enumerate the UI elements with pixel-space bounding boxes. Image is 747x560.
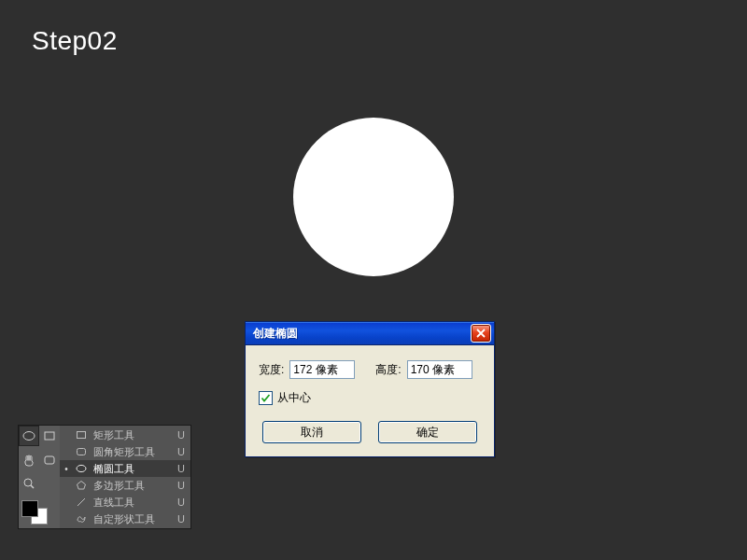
- foreground-color-swatch[interactable]: [22, 501, 37, 516]
- zoom-tool-button[interactable]: [19, 473, 39, 494]
- tool-item-line[interactable]: 直线工具 U: [60, 494, 190, 511]
- canvas-ellipse-shape: [293, 118, 454, 276]
- close-icon: [476, 329, 486, 338]
- mini-toolbar: [19, 426, 60, 528]
- tool-item-rounded-rectangle[interactable]: 圆角矩形工具 U: [60, 443, 190, 460]
- tool-item-polygon[interactable]: 多边形工具 U: [60, 477, 190, 494]
- hand-tool-button[interactable]: [19, 450, 39, 470]
- ellipse-tool-button[interactable]: [19, 426, 39, 446]
- tool-item-ellipse[interactable]: • 椭圆工具 U: [60, 460, 190, 477]
- svg-rect-5: [78, 432, 86, 439]
- tool-label: 椭圆工具: [93, 462, 172, 476]
- height-label: 高度:: [375, 362, 401, 378]
- svg-rect-2: [45, 456, 54, 464]
- tool-label: 矩形工具: [93, 428, 172, 442]
- svg-point-0: [23, 432, 35, 441]
- dialog-buttons: 取消 确定: [259, 421, 481, 443]
- create-ellipse-dialog: 创建椭圆 宽度: 高度: 从中心 取消 确定: [245, 321, 495, 457]
- tool-label: 多边形工具: [93, 479, 172, 493]
- width-label: 宽度:: [259, 362, 284, 378]
- svg-line-4: [31, 485, 34, 488]
- foreground-background-swatch[interactable]: [19, 499, 60, 525]
- dimension-row: 宽度: 高度:: [259, 360, 481, 379]
- tool-shortcut: U: [177, 513, 185, 525]
- tool-label: 自定形状工具: [93, 512, 172, 526]
- tool-shortcut: U: [177, 463, 185, 474]
- line-icon: [75, 497, 88, 508]
- dialog-titlebar[interactable]: 创建椭圆: [246, 322, 494, 345]
- check-icon: [261, 393, 271, 403]
- polygon-icon: [75, 480, 88, 491]
- svg-line-9: [78, 498, 85, 506]
- selection-marker: •: [63, 464, 69, 474]
- tool-shortcut: U: [177, 480, 185, 491]
- svg-rect-1: [45, 432, 54, 440]
- from-center-row[interactable]: 从中心: [259, 390, 481, 406]
- tool-shortcut: U: [177, 497, 185, 508]
- shape-tool-flyout: 矩形工具 U 圆角矩形工具 U • 椭圆工具 U 多边形工具 U 直线工具 U: [19, 426, 190, 528]
- rounded-rectangle-icon: [75, 446, 88, 457]
- svg-point-3: [24, 479, 32, 486]
- width-input[interactable]: [289, 360, 355, 379]
- dialog-title: 创建椭圆: [253, 326, 471, 342]
- zoom-icon: [22, 477, 35, 490]
- step-label: Step02: [32, 26, 118, 56]
- svg-point-7: [77, 465, 86, 471]
- rectangle-icon: [43, 429, 56, 442]
- from-center-label: 从中心: [277, 390, 311, 406]
- ellipse-icon: [22, 429, 35, 442]
- rounded-rectangle-tool-button[interactable]: [39, 450, 60, 470]
- rounded-rectangle-icon: [43, 454, 56, 467]
- custom-shape-icon: [75, 513, 88, 525]
- ok-button[interactable]: 确定: [378, 421, 477, 443]
- dialog-body: 宽度: 高度: 从中心 取消 确定: [246, 345, 494, 456]
- from-center-checkbox[interactable]: [259, 391, 273, 405]
- shape-tool-list: 矩形工具 U 圆角矩形工具 U • 椭圆工具 U 多边形工具 U 直线工具 U: [60, 426, 190, 528]
- tool-label: 圆角矩形工具: [93, 445, 172, 459]
- tool-item-rectangle[interactable]: 矩形工具 U: [60, 427, 190, 443]
- hand-icon: [22, 454, 35, 467]
- tool-item-custom-shape[interactable]: 自定形状工具 U: [60, 511, 190, 527]
- tool-shortcut: U: [177, 446, 185, 457]
- tool-label: 直线工具: [93, 496, 172, 510]
- spacer-tool: [39, 473, 60, 494]
- close-button[interactable]: [471, 324, 491, 343]
- cancel-button[interactable]: 取消: [262, 421, 361, 443]
- height-input[interactable]: [407, 360, 472, 379]
- ellipse-icon: [75, 463, 88, 474]
- svg-marker-8: [78, 482, 86, 490]
- rectangle-icon: [75, 429, 88, 441]
- rectangle-tool-button[interactable]: [39, 426, 60, 446]
- svg-rect-6: [78, 449, 86, 455]
- tool-shortcut: U: [177, 429, 185, 441]
